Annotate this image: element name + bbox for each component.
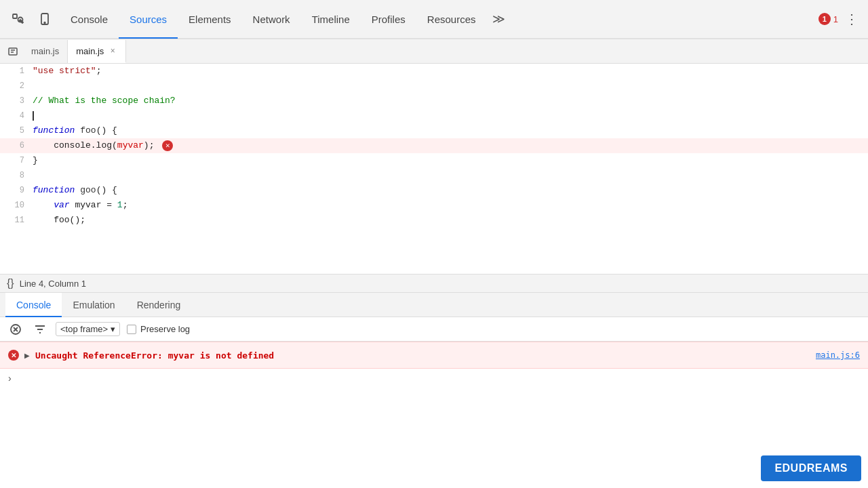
code-line-11: 11 foo();	[0, 213, 868, 228]
line-content-3: // What is the scope chain?	[30, 94, 868, 108]
line-number-8: 8	[0, 168, 30, 183]
tab-network[interactable]: Network	[242, 0, 301, 39]
line-content-6: console.log(myvar); ✕	[30, 138, 868, 153]
svg-rect-0	[13, 14, 17, 18]
line-content-10: var myvar = 1;	[30, 198, 868, 213]
console-error-left: ✕ ▶ Uncaught ReferenceError: myvar is no…	[8, 350, 274, 361]
code-line-3: 3 // What is the scope chain?	[0, 94, 868, 108]
tab-console-bottom[interactable]: Console	[5, 293, 62, 317]
line-number-5: 5	[0, 123, 30, 138]
error-indicator[interactable]: 1 1	[818, 13, 838, 25]
line-content-4	[30, 108, 868, 123]
code-line-8: 8	[0, 168, 868, 183]
more-options-button[interactable]: ⋮	[841, 11, 863, 27]
bottom-panel: Console Emulation Rendering <top frame> …	[0, 293, 868, 488]
cursor-position: Line 4, Column 1	[20, 279, 86, 289]
code-line-1: 1 "use strict";	[0, 64, 868, 79]
code-line-5: 5 function foo() {	[0, 123, 868, 138]
code-editor[interactable]: 1 "use strict"; 2 3 // What is the scope…	[0, 64, 868, 274]
error-inline-icon: ✕	[162, 140, 173, 151]
line-number-7: 7	[0, 153, 30, 168]
file-tab-inactive[interactable]: main.js	[23, 40, 68, 63]
frame-selector[interactable]: <top frame> ▾	[56, 322, 120, 336]
navigate-files-button[interactable]	[3, 41, 23, 62]
curly-braces-icon: {}	[7, 277, 14, 289]
line-number-2: 2	[0, 79, 30, 94]
mobile-icon[interactable]	[33, 7, 57, 31]
line-content-11: foo();	[30, 213, 868, 228]
line-content-2	[30, 79, 868, 94]
console-error-entry: ✕ ▶ Uncaught ReferenceError: myvar is no…	[0, 342, 868, 369]
line-content-7: }	[30, 153, 868, 168]
tab-timeline[interactable]: Timeline	[301, 0, 361, 39]
line-content-9: function goo() {	[30, 183, 868, 198]
code-line-2: 2	[0, 79, 868, 94]
error-count-badge: 1	[818, 13, 831, 25]
file-tab-active-label: main.js	[76, 46, 104, 56]
console-input-row: ›	[0, 369, 868, 388]
devtools-navbar: Console Sources Elements Network Timelin…	[0, 0, 868, 39]
code-line-6: 6 console.log(myvar); ✕	[0, 138, 868, 153]
file-tabs-bar: main.js main.js ×	[0, 39, 868, 64]
nav-tabs: Console Sources Elements Network Timelin…	[60, 0, 816, 39]
preserve-log-label: Preserve log	[140, 324, 190, 334]
line-number-4: 4	[0, 108, 30, 123]
preserve-log-checkbox[interactable]	[127, 325, 136, 334]
code-line-4: 4	[0, 108, 868, 123]
tab-sources[interactable]: Sources	[119, 0, 178, 39]
error-icon: ✕	[8, 350, 19, 361]
tab-resources[interactable]: Resources	[416, 0, 487, 39]
error-message-text: Uncaught ReferenceError: myvar is not de…	[35, 350, 274, 361]
error-source-link[interactable]: main.js:6	[816, 350, 860, 360]
console-tab-bar: Console Emulation Rendering	[0, 293, 868, 317]
tab-rendering[interactable]: Rendering	[126, 293, 192, 317]
svg-point-3	[44, 22, 45, 24]
status-bar: {} Line 4, Column 1	[0, 274, 868, 293]
more-tabs-button[interactable]: ≫	[487, 0, 511, 39]
console-toolbar: <top frame> ▾ Preserve log	[0, 317, 868, 342]
code-line-7: 7 }	[0, 153, 868, 168]
tab-console[interactable]: Console	[60, 0, 119, 39]
line-number-3: 3	[0, 94, 30, 108]
file-tab-close-button[interactable]: ×	[108, 46, 117, 56]
line-number-11: 11	[0, 213, 30, 228]
svg-rect-4	[9, 48, 17, 55]
expand-error-button[interactable]: ▶	[24, 352, 30, 359]
line-number-6: 6	[0, 138, 30, 153]
code-line-10: 10 var myvar = 1;	[0, 198, 868, 213]
line-content-1: "use strict";	[30, 64, 868, 79]
file-tab-inactive-label: main.js	[31, 46, 59, 56]
console-input[interactable]	[16, 373, 860, 384]
file-tab-active[interactable]: main.js ×	[68, 40, 126, 63]
tab-elements[interactable]: Elements	[178, 0, 242, 39]
inspect-element-icon[interactable]	[5, 7, 30, 31]
line-content-8	[30, 168, 868, 183]
console-messages: ✕ ▶ Uncaught ReferenceError: myvar is no…	[0, 342, 868, 488]
tab-emulation[interactable]: Emulation	[62, 293, 125, 317]
filter-icon[interactable]	[31, 321, 49, 338]
prompt-icon: ›	[8, 373, 12, 384]
preserve-log-option[interactable]: Preserve log	[127, 324, 190, 334]
code-line-9: 9 function goo() {	[0, 183, 868, 198]
clear-console-button[interactable]	[7, 321, 24, 338]
edudreams-badge: EDUDREAMS	[761, 455, 861, 481]
line-number-1: 1	[0, 64, 30, 79]
line-number-9: 9	[0, 183, 30, 198]
line-number-10: 10	[0, 198, 30, 213]
frame-label: <top frame>	[60, 324, 108, 334]
tab-profiles[interactable]: Profiles	[361, 0, 416, 39]
error-count-label: 1	[833, 14, 838, 24]
line-content-5: function foo() {	[30, 123, 868, 138]
frame-dropdown-arrow: ▾	[111, 324, 115, 334]
